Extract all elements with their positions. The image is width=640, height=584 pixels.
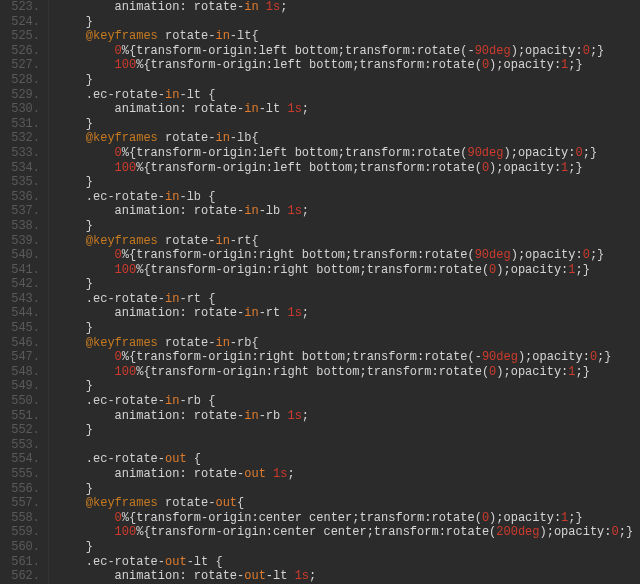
line-number: 526. [4,44,40,59]
token: 100 [115,161,137,175]
token: @keyframes [86,496,158,510]
token: ; [309,569,316,583]
token: );opacity: [496,263,568,277]
token: in [165,292,179,306]
token: animation: rotate- [115,569,245,583]
line-number: 539. [4,234,40,249]
code-line[interactable]: 100%{transform-origin:left bottom;transf… [57,161,640,176]
token: );opacity: [511,44,583,58]
line-number-gutter: 523.524.525.526.527.528.529.530.531.532.… [0,0,49,584]
token: ;} [583,146,597,160]
token: -lt [266,569,295,583]
token: } [86,423,93,437]
token: 1s [287,204,301,218]
code-line[interactable]: 100%{transform-origin:right bottom;trans… [57,263,640,278]
code-line[interactable]: .ec-rotate-out { [57,452,640,467]
code-line[interactable]: .ec-rotate-out-lt { [57,555,640,570]
line-number: 534. [4,161,40,176]
line-number: 550. [4,394,40,409]
code-line[interactable]: @keyframes rotate-in-rt{ [57,234,640,249]
token [266,467,273,481]
code-area[interactable]: animation: rotate-in 1s; } @keyframes ro… [49,0,640,584]
code-line[interactable]: } [57,379,640,394]
token: 0 [482,161,489,175]
code-line[interactable]: .ec-rotate-in-lt { [57,88,640,103]
token: } [86,379,93,393]
token: 100 [115,263,137,277]
code-line[interactable]: } [57,15,640,30]
token: %{transform-origin:right bottom;transfor… [136,263,489,277]
line-number: 558. [4,511,40,526]
token: 1s [287,409,301,423]
line-number: 544. [4,306,40,321]
code-line[interactable]: } [57,540,640,555]
token: in [244,102,258,116]
code-line[interactable]: @keyframes rotate-out{ [57,496,640,511]
code-line[interactable]: } [57,117,640,132]
token: in [165,88,179,102]
code-line[interactable]: } [57,482,640,497]
code-line[interactable]: animation: rotate-in-rb 1s; [57,409,640,424]
token: rotate- [158,336,216,350]
code-line[interactable]: } [57,277,640,292]
line-number: 535. [4,175,40,190]
token: 1 [568,365,575,379]
token: } [86,482,93,496]
token: in [165,394,179,408]
code-line[interactable]: .ec-rotate-in-rt { [57,292,640,307]
line-number: 528. [4,73,40,88]
token: %{transform-origin:center center;transfo… [122,511,482,525]
line-number: 540. [4,248,40,263]
token: 90deg [475,248,511,262]
token: in [215,234,229,248]
code-line[interactable]: .ec-rotate-in-rb { [57,394,640,409]
token: in [215,131,229,145]
code-line[interactable]: 0%{transform-origin:center center;transf… [57,511,640,526]
code-line[interactable]: animation: rotate-out-lt 1s; [57,569,640,584]
code-line[interactable]: } [57,73,640,88]
token: ;} [568,161,582,175]
token: %{transform-origin:left bottom;transform… [122,146,468,160]
code-line[interactable]: animation: rotate-in-lt 1s; [57,102,640,117]
token: @keyframes [86,336,158,350]
code-editor[interactable]: 523.524.525.526.527.528.529.530.531.532.… [0,0,640,584]
token: 90deg [467,146,503,160]
code-line[interactable]: 100%{transform-origin:left bottom;transf… [57,58,640,73]
code-line[interactable]: } [57,321,640,336]
code-line[interactable]: 0%{transform-origin:left bottom;transfor… [57,146,640,161]
token: 0 [115,248,122,262]
token: -lt [259,102,288,116]
token: } [86,277,93,291]
token: out [165,555,187,569]
token: );opacity: [489,58,561,72]
code-line[interactable]: } [57,423,640,438]
code-line[interactable] [57,438,640,453]
token: } [86,15,93,29]
token: 0 [115,350,122,364]
code-line[interactable]: animation: rotate-in-lb 1s; [57,204,640,219]
code-line[interactable]: } [57,219,640,234]
code-line[interactable]: @keyframes rotate-in-rb{ [57,336,640,351]
code-line[interactable]: @keyframes rotate-in-lb{ [57,131,640,146]
code-line[interactable]: 0%{transform-origin:right bottom;transfo… [57,350,640,365]
code-line[interactable]: @keyframes rotate-in-lt{ [57,29,640,44]
code-line[interactable]: 0%{transform-origin:left bottom;transfor… [57,44,640,59]
token: } [86,117,93,131]
token: ; [302,409,309,423]
code-line[interactable]: } [57,175,640,190]
line-number: 541. [4,263,40,278]
token: 0 [482,511,489,525]
token: -rb{ [230,336,259,350]
code-line[interactable]: 0%{transform-origin:right bottom;transfo… [57,248,640,263]
code-line[interactable]: animation: rotate-in 1s; [57,0,640,15]
token: .ec-rotate- [86,88,165,102]
code-line[interactable]: 100%{transform-origin:center center;tran… [57,525,640,540]
line-number: 523. [4,0,40,15]
line-number: 557. [4,496,40,511]
code-line[interactable]: animation: rotate-out 1s; [57,467,640,482]
line-number: 546. [4,336,40,351]
code-line[interactable]: animation: rotate-in-rt 1s; [57,306,640,321]
code-line[interactable]: 100%{transform-origin:right bottom;trans… [57,365,640,380]
code-line[interactable]: .ec-rotate-in-lb { [57,190,640,205]
token: %{transform-origin:right bottom;transfor… [122,350,482,364]
